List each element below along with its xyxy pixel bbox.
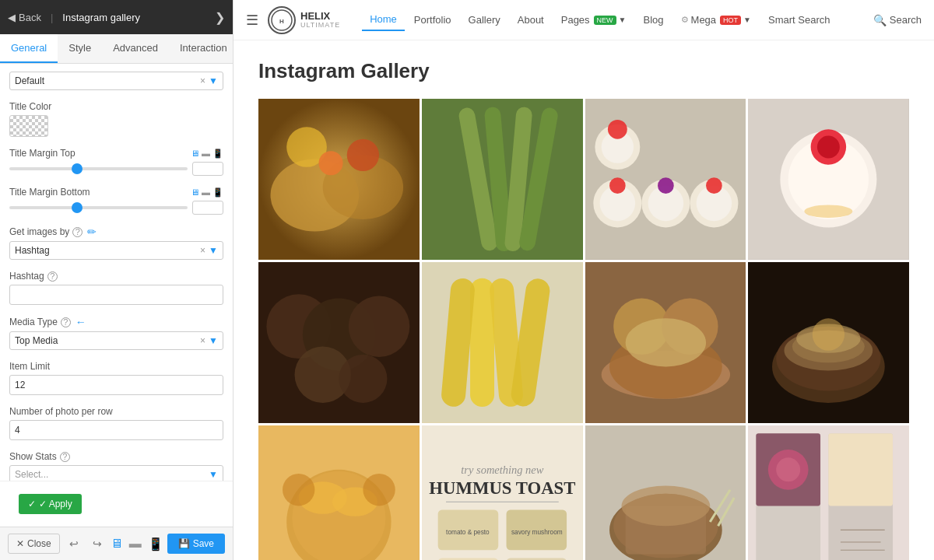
title-margin-top-thumb[interactable] [72, 163, 83, 174]
title-margin-top-group: Title Margin Top 🖥 ▬ 📱 [9, 148, 223, 176]
item-limit-input[interactable] [9, 375, 223, 395]
mega-icon: ⚙ [681, 15, 689, 25]
nav-search[interactable]: 🔍 Search [873, 14, 922, 26]
footer-device-icons: 🖥 ▬ 📱 [111, 537, 163, 551]
apply-button[interactable]: ✓ ✓ Apply [19, 494, 82, 514]
help-icon-media[interactable]: ? [61, 317, 71, 327]
device-mobile-icon-top[interactable]: 📱 [212, 149, 223, 159]
footer-tablet-icon[interactable]: ▬ [129, 537, 142, 551]
nav-portfolio[interactable]: Portfolio [406, 9, 459, 31]
collapse-button[interactable]: ❯ [215, 10, 225, 25]
footer-mobile-icon[interactable]: 📱 [148, 537, 163, 551]
media-type-clear-icon[interactable]: × [200, 335, 205, 346]
show-stats-select[interactable]: Select... ▼ [9, 465, 223, 481]
photo-9[interactable] [258, 425, 420, 561]
default-dropdown-icon[interactable]: ▼ [209, 75, 218, 86]
show-stats-group: Show Stats ? Select... ▼ [9, 451, 223, 481]
photo-grid: try something new HUMMUS TOAST tomato & … [258, 99, 909, 560]
apply-check-icon: ✓ [28, 499, 36, 509]
title-margin-bottom-track[interactable] [9, 206, 188, 209]
title-margin-top-input[interactable] [192, 162, 223, 176]
brand-text: HELIX ULTIMATE [300, 11, 340, 29]
get-images-by-label-row: Get images by ? ✏ [9, 226, 223, 238]
svg-rect-39 [258, 262, 420, 423]
photos-per-row-label: Number of photo per row [9, 406, 223, 417]
hamburger-icon[interactable]: ☰ [246, 12, 258, 29]
photo-8[interactable] [748, 262, 909, 423]
panel-title: Instagram gallery [62, 12, 140, 23]
help-icon-hashtag[interactable]: ? [47, 271, 58, 282]
title-margin-top-track[interactable] [9, 167, 188, 170]
close-button[interactable]: ✕ Close [8, 534, 60, 554]
title-margin-bottom-input[interactable] [192, 201, 223, 215]
photo-12[interactable]: the good things life you better [748, 425, 909, 561]
photos-per-row-input[interactable] [9, 420, 223, 440]
nav-blog[interactable]: Blog [636, 9, 672, 31]
tab-general[interactable]: General [0, 34, 58, 63]
device-mobile-icon-bottom[interactable]: 📱 [212, 187, 223, 198]
photo-11[interactable]: Chicken Steak With Mashroom Sauce [585, 425, 746, 561]
save-label: Save [193, 538, 214, 549]
help-icon-get-images[interactable]: ? [72, 227, 83, 237]
default-value: Default [15, 75, 44, 86]
svg-point-6 [347, 139, 379, 171]
photo-3[interactable] [585, 99, 746, 260]
photo-4[interactable] [748, 99, 909, 260]
redo-button[interactable]: ↪ [88, 534, 107, 553]
footer-desktop-icon[interactable]: 🖥 [111, 537, 123, 551]
undo-button[interactable]: ↩ [65, 534, 83, 553]
panel-body: Default × ▼ Title Color Title Margin Top… [0, 64, 233, 481]
hashtag-group: Hashtag ? [9, 271, 223, 305]
left-panel: ◀ Back | Instagram gallery ❯ General Sty… [0, 0, 234, 560]
brand-svg: H [270, 9, 293, 32]
item-limit-group: Item Limit [9, 361, 223, 395]
media-type-label: Media Type [9, 317, 58, 327]
title-color-swatch[interactable] [9, 115, 48, 137]
nav-home[interactable]: Home [362, 9, 405, 31]
svg-point-65 [283, 474, 314, 506]
device-desktop-icon-top[interactable]: 🖥 [191, 149, 199, 159]
back-button[interactable]: ◀ Back [8, 12, 41, 23]
show-stats-label: Show Stats [9, 451, 57, 462]
default-field-group: Default × ▼ [9, 72, 223, 90]
edit-icon-get-images[interactable]: ✏ [87, 226, 97, 238]
media-type-group: Media Type ? ← Top Media × ▼ [9, 316, 223, 350]
get-images-by-label: Get images by [9, 226, 69, 237]
nav-smart-search[interactable]: Smart Search [760, 9, 837, 31]
tab-interaction[interactable]: Interaction [169, 34, 238, 63]
close-label: Close [27, 538, 51, 549]
title-margin-bottom-thumb[interactable] [72, 202, 83, 213]
media-type-dropdown-icon[interactable]: ▼ [209, 335, 218, 346]
default-select[interactable]: Default × ▼ [9, 72, 223, 90]
photo-2[interactable] [422, 99, 583, 260]
nav-mega[interactable]: ⚙ Mega HOT ▼ [673, 9, 759, 31]
media-type-select[interactable]: Top Media × ▼ [9, 331, 223, 350]
panel-footer: ✕ Close ↩ ↪ 🖥 ▬ 📱 💾 Save [0, 527, 233, 560]
show-stats-dropdown-icon[interactable]: ▼ [209, 469, 218, 480]
get-images-by-select[interactable]: Hashtag × ▼ [9, 241, 223, 260]
get-images-clear-icon[interactable]: × [200, 245, 205, 256]
photo-7[interactable] [585, 262, 746, 423]
nav-about[interactable]: About [510, 9, 552, 31]
tab-style[interactable]: Style [58, 34, 102, 63]
nav-pages[interactable]: Pages NEW ▼ [553, 9, 634, 31]
svg-rect-45 [422, 262, 583, 423]
device-tablet-icon-bottom[interactable]: ▬ [202, 187, 210, 198]
photo-5[interactable] [258, 262, 420, 423]
svg-point-93 [776, 457, 800, 481]
title-color-group: Title Color [9, 101, 223, 137]
photo-1[interactable] [258, 99, 420, 260]
photo-6[interactable] [422, 262, 583, 423]
default-clear-icon[interactable]: × [200, 75, 205, 86]
device-tablet-icon-top[interactable]: ▬ [202, 149, 210, 159]
title-margin-bottom-label: Title Margin Bottom [9, 187, 90, 198]
get-images-dropdown-icon[interactable]: ▼ [209, 245, 218, 256]
save-button[interactable]: 💾 Save [167, 534, 225, 554]
tab-advanced[interactable]: Advanced [102, 34, 169, 63]
device-desktop-icon-bottom[interactable]: 🖥 [191, 187, 199, 198]
header-separator: | [51, 12, 53, 23]
nav-gallery[interactable]: Gallery [461, 9, 508, 31]
help-icon-stats[interactable]: ? [60, 452, 70, 462]
hashtag-input[interactable] [9, 285, 223, 305]
photo-10[interactable]: try something new HUMMUS TOAST tomato & … [422, 425, 583, 561]
